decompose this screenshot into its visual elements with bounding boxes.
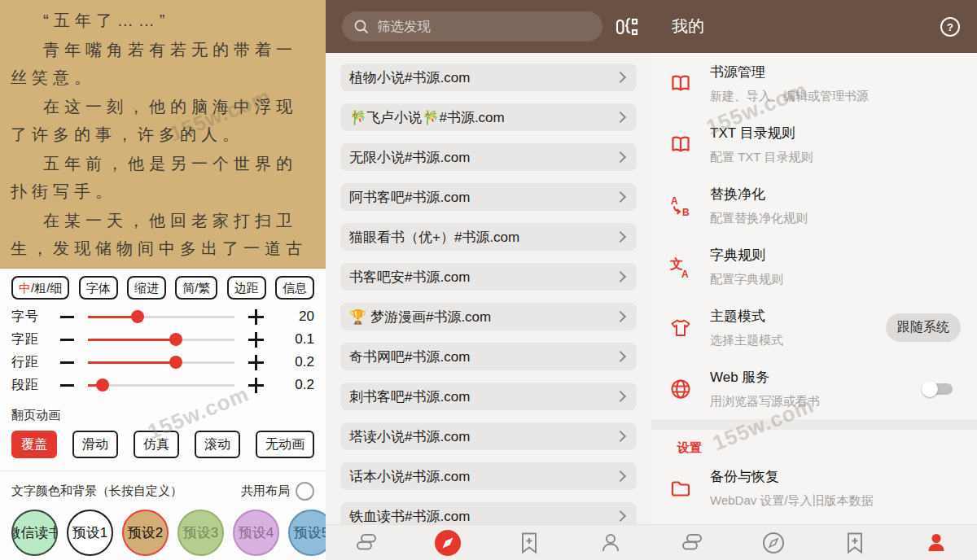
book-source-item[interactable]: 铁血读书#书源.com xyxy=(340,502,637,525)
nav-subscribe[interactable] xyxy=(814,525,896,560)
slider-thumb[interactable] xyxy=(96,378,109,392)
discover-panel: 筛选发现 植物小说#书源.com 🎋飞卢小说🎋#书源. xyxy=(326,0,651,560)
book-source-name: 🏆 梦游漫画#书源.com xyxy=(349,308,616,326)
increase-button[interactable] xyxy=(234,309,277,325)
reader-paragraph: 青年嘴角若有若无的带着一丝笑意。 xyxy=(11,36,315,91)
color-preset-button[interactable]: 预设5 xyxy=(288,510,326,556)
item-title: TXT 目录规则 xyxy=(710,124,961,143)
book-source-name: 塔读小说#书源.com xyxy=(349,427,616,446)
color-preset-button[interactable]: 预设4 xyxy=(233,510,279,556)
increase-button[interactable] xyxy=(234,355,277,370)
preset-label: 预设1 xyxy=(72,523,107,542)
book-source-item[interactable]: 塔读小说#书源.com xyxy=(340,422,637,450)
nav-profile-active[interactable] xyxy=(896,525,977,560)
slider-thumb[interactable] xyxy=(169,356,182,369)
book-source-item[interactable]: 刺书客吧#书源.com xyxy=(340,383,637,410)
slider-row: 字号 20 xyxy=(11,305,314,328)
source-group-button[interactable] xyxy=(612,15,642,39)
minus-icon xyxy=(60,316,74,318)
nav-bookshelf[interactable] xyxy=(326,525,407,560)
slider-row: 段距 0.2 xyxy=(11,374,314,396)
plus-icon xyxy=(248,332,264,348)
web-service-toggle-off[interactable] xyxy=(922,381,954,397)
reader-paragraph: 在某一天，他回老家打扫卫生，发现储物间中多出了一道古 xyxy=(11,207,315,262)
slider[interactable] xyxy=(88,316,234,318)
anim-scroll-button[interactable]: 滚动 xyxy=(195,431,240,458)
slider[interactable] xyxy=(88,384,234,387)
color-preset-button[interactable]: 预设2 xyxy=(122,510,169,556)
slider-thumb[interactable] xyxy=(131,310,144,323)
anim-slide-button[interactable]: 滑动 xyxy=(72,431,118,458)
book-source-item[interactable]: 🏆 梦游漫画#书源.com xyxy=(340,303,637,330)
book-source-name: 植物小说#书源.com xyxy=(349,68,616,87)
book-source-name: 刺书客吧#书源.com xyxy=(349,387,616,406)
decrease-button[interactable] xyxy=(46,339,88,341)
nav-discover-active[interactable] xyxy=(407,525,488,560)
book-source-item[interactable]: 话本小说#书源.com xyxy=(340,462,637,490)
item-title: 主题模式 xyxy=(710,307,886,326)
reader-page[interactable]: “五年了……” 青年嘴角若有若无的带着一丝笑意。 在这一刻，他的脑海中浮现了许多… xyxy=(0,0,326,269)
book-source-item[interactable]: 无限小说#书源.com xyxy=(340,143,637,171)
nav-discover[interactable] xyxy=(733,525,814,560)
settings-item-dictionary-rule[interactable]: 文 A 字典规则 配置字典规则 xyxy=(651,236,977,297)
item-title: 替换净化 xyxy=(710,185,961,204)
slider-thumb[interactable] xyxy=(169,333,182,346)
book-source-item[interactable]: 植物小说#书源.com xyxy=(340,63,637,91)
help-icon[interactable]: ? xyxy=(940,16,961,37)
item-subtitle: WebDav 设置/导入旧版本数据 xyxy=(710,492,961,509)
info-button[interactable]: 信息 xyxy=(275,276,314,300)
theme-mode-badge[interactable]: 跟随系统 xyxy=(886,313,961,342)
decrease-button[interactable] xyxy=(46,384,88,387)
nav-profile[interactable] xyxy=(570,525,651,560)
anim-none-button[interactable]: 无动画 xyxy=(256,431,314,458)
simplified-traditional-button[interactable]: 简/繁 xyxy=(175,276,217,300)
settings-item-book-source-manage[interactable]: 书源管理 新建、导入、编辑或管理书源 xyxy=(651,53,977,114)
margin-button[interactable]: 边距 xyxy=(227,276,266,300)
book-source-item[interactable]: 书客吧安#书源.com xyxy=(340,263,637,291)
increase-button[interactable] xyxy=(234,378,277,393)
person-icon xyxy=(923,530,949,556)
item-title: 书源管理 xyxy=(710,63,961,82)
anim-cover-button[interactable]: 覆盖 xyxy=(11,431,57,458)
item-subtitle: 配置字典规则 xyxy=(710,270,961,287)
book-source-item[interactable]: 阿书客吧#书源.com xyxy=(340,183,637,211)
svg-text:B: B xyxy=(682,207,690,218)
increase-button[interactable] xyxy=(234,332,277,348)
bookshelf-icon xyxy=(353,530,379,556)
search-input[interactable]: 筛选发现 xyxy=(342,11,602,42)
book-source-name: 书客吧安#书源.com xyxy=(349,268,616,287)
slider-row: 字距 0.1 xyxy=(11,328,314,351)
anim-simulation-button[interactable]: 仿真 xyxy=(134,431,179,458)
replace-swap-icon: A B xyxy=(668,194,693,218)
settings-item-txt-toc-rule[interactable]: TXT 目录规则 配置 TXT 目录规则 xyxy=(651,114,977,175)
book-source-item[interactable]: 猫眼看书（优+）#书源.com xyxy=(340,223,637,251)
slider-fill xyxy=(88,361,176,364)
slider-fill xyxy=(88,339,176,341)
font-family-button[interactable]: 字体 xyxy=(79,276,118,300)
color-preset-button[interactable]: 预设3 xyxy=(177,510,224,556)
decrease-button[interactable] xyxy=(46,361,88,364)
book-source-name: 🎋飞卢小说🎋#书源.com xyxy=(349,108,616,127)
nav-subscribe[interactable] xyxy=(488,525,570,560)
book-source-name: 铁血读书#书源.com xyxy=(349,507,616,526)
font-weight-button[interactable]: 中/粗/细 xyxy=(11,276,69,300)
settings-item-web-service[interactable]: Web 服务 用浏览器写源或看书 xyxy=(651,358,977,419)
settings-item-backup-restore[interactable]: 备份与恢复 WebDav 设置/导入旧版本数据 xyxy=(651,457,977,518)
decrease-button[interactable] xyxy=(46,316,88,318)
book-source-item[interactable]: 奇书网吧#书源.com xyxy=(340,343,637,370)
slider[interactable] xyxy=(88,339,234,341)
chevron-right-icon xyxy=(615,72,626,83)
bottom-nav xyxy=(651,524,977,560)
settings-item-theme-mode[interactable]: 主题模式 选择主题模式 跟随系统 xyxy=(651,297,977,358)
nav-bookshelf[interactable] xyxy=(651,525,733,560)
book-source-item[interactable]: 🎋飞卢小说🎋#书源.com xyxy=(340,103,637,131)
slider[interactable] xyxy=(88,361,234,364)
shared-layout-checkbox[interactable] xyxy=(296,482,314,501)
color-preset-button[interactable]: 微信读书 xyxy=(11,510,58,556)
color-preset-button[interactable]: 预设1 xyxy=(67,510,113,556)
settings-item-replace-purify[interactable]: A B 替换净化 配置替换净化规则 xyxy=(651,175,977,236)
book-source-name: 话本小说#书源.com xyxy=(349,467,616,486)
book-source-name: 猫眼看书（优+）#书源.com xyxy=(349,228,616,247)
indent-button[interactable]: 缩进 xyxy=(127,276,166,300)
item-subtitle: 配置 TXT 目录规则 xyxy=(710,148,961,165)
